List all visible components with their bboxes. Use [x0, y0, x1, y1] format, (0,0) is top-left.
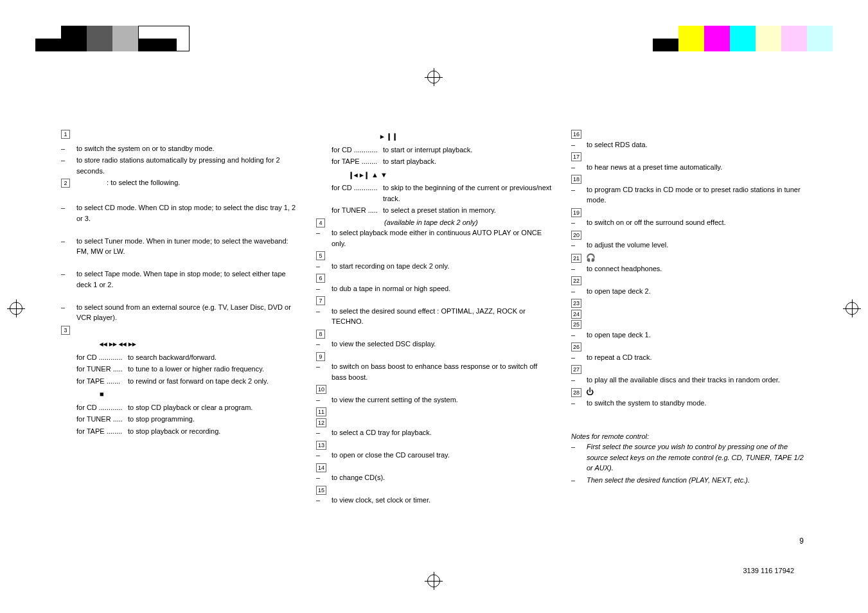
- body-text: to adjust the volume level.: [587, 240, 807, 251]
- label: for TUNER .....: [332, 205, 383, 216]
- ref-number: 2: [61, 179, 70, 188]
- body-text: to view the selected DSC display.: [332, 339, 552, 350]
- ref-number: 8: [316, 330, 325, 339]
- page-number: 9: [799, 537, 804, 546]
- body-text: to select Tuner mode. When in tuner mode…: [76, 236, 297, 257]
- body-text: to play all the available discs and thei…: [587, 375, 807, 386]
- ref-number: 20: [571, 231, 581, 240]
- ref-number: 16: [571, 130, 581, 139]
- ref-number: 14: [316, 463, 326, 472]
- label: for TAPE ........: [76, 426, 128, 437]
- body-text: to select the desired sound effect : OPT…: [332, 306, 552, 327]
- registration-mark-icon: [10, 302, 22, 315]
- body-text: to switch the system to standby mode.: [587, 398, 807, 409]
- ref-number: 19: [571, 208, 581, 217]
- body-text: to switch on bass boost to enhance bass …: [332, 361, 552, 382]
- play-pause-symbol: ▸ ❙❙: [316, 131, 552, 142]
- transport-symbols: ◂◂ ▸▸ ◂◂ ▸▸: [61, 339, 297, 350]
- body-text: to select a CD tray for playback.: [332, 427, 552, 438]
- body-text: to switch the system on or to standby mo…: [76, 143, 297, 154]
- body-text: to dub a tape in normal or high speed.: [332, 283, 552, 294]
- label: for TUNER .....: [76, 364, 128, 375]
- ref-number: 18: [571, 175, 581, 184]
- body-text: to program CD tracks in CD mode or to pr…: [587, 184, 807, 206]
- ref-number: 6: [316, 274, 325, 283]
- body-text: to hear news at a preset time automatica…: [587, 162, 807, 173]
- ref-number: 3: [61, 326, 70, 335]
- column-2: ▸ ❙❙ for CD ............to start or inte…: [316, 129, 552, 562]
- ref-number: 12: [316, 418, 326, 427]
- body-text: to open or close the CD carousel tray.: [332, 450, 552, 461]
- ref-number: 27: [571, 365, 581, 374]
- body-text: to select sound from an external source …: [76, 302, 297, 323]
- body-text: to connect headphones.: [587, 263, 807, 274]
- registration-bars: [0, 0, 868, 51]
- body-text: to switch on or off the surround sound e…: [587, 217, 807, 228]
- manual-body: 1 –to switch the system on or to standby…: [61, 129, 807, 562]
- note-text: (available in tape deck 2 only): [330, 218, 478, 226]
- body-text: to stop programming.: [128, 414, 297, 425]
- ref-number: 9: [316, 352, 325, 361]
- ref-number: 25: [571, 320, 581, 329]
- body-text: to store radio stations automatically by…: [76, 155, 297, 176]
- ref-number: 1: [61, 130, 70, 139]
- ref-number: 7: [316, 296, 325, 305]
- body-text: to stop CD playback or clear a program.: [128, 402, 297, 413]
- label: for TAPE .......: [76, 376, 128, 387]
- body-text: to open tape deck 2.: [587, 286, 807, 297]
- body-text: to view the current setting of the syste…: [332, 395, 552, 405]
- column-1: 1 –to switch the system on or to standby…: [61, 129, 297, 562]
- label: for TAPE ........: [332, 156, 383, 167]
- body-text: to start recording on tape deck 2 only.: [332, 261, 552, 272]
- note-text: First select the source you wish to cont…: [587, 441, 807, 474]
- ref-number: 11: [316, 407, 326, 416]
- body-text: to stop playback or recording.: [128, 426, 297, 437]
- ref-number: 26: [571, 342, 581, 351]
- body-text: to repeat a CD track.: [587, 352, 807, 363]
- body-text: to open tape deck 1.: [587, 330, 807, 341]
- registration-mark-icon: [846, 302, 858, 315]
- document-id: 3139 116 17942: [743, 567, 794, 574]
- ref-number: 28: [571, 388, 581, 397]
- skip-symbols: ❙◂ ▸❙ ▲ ▼: [316, 170, 552, 181]
- ref-number: 17: [571, 152, 581, 161]
- body-text: to view clock, set clock or timer.: [332, 495, 552, 506]
- label: for TUNER .....: [76, 414, 128, 425]
- headphones-icon: 🎧: [586, 253, 596, 262]
- ref-number: 15: [316, 486, 326, 495]
- body-text: to select RDS data.: [587, 139, 807, 150]
- standby-icon: ⏻: [586, 387, 594, 396]
- label: for CD ............: [76, 402, 128, 413]
- body-text: to select CD mode. When CD in stop mode;…: [76, 202, 297, 224]
- body-text: to tune to a lower or higher radio frequ…: [128, 364, 297, 375]
- label: for CD ............: [332, 145, 383, 155]
- ref-number: 13: [316, 441, 326, 450]
- body-text: to search backward/forward.: [128, 352, 297, 363]
- body-text: : to select the following.: [75, 179, 180, 186]
- label: for CD ............: [332, 182, 383, 204]
- body-text: to skip to the beginning of the current …: [383, 182, 552, 204]
- notes-heading: Notes for remote control:: [571, 431, 807, 442]
- body-text: to rewind or fast forward on tape deck 2…: [128, 376, 297, 387]
- body-text: to select a preset station in memory.: [383, 205, 552, 216]
- body-text: to start playback.: [383, 156, 552, 167]
- label: for CD ............: [76, 352, 128, 363]
- stop-symbol: ■: [61, 389, 297, 400]
- ref-number: 24: [571, 310, 581, 319]
- body-text: to change CD(s).: [332, 472, 552, 483]
- column-3: 16 –to select RDS data. 17 –to hear news…: [571, 129, 807, 562]
- note-text: Then select the desired function (PLAY, …: [587, 475, 807, 486]
- ref-number: 23: [571, 299, 581, 308]
- body-text: to start or interrupt playback.: [383, 145, 552, 155]
- ref-number: 5: [316, 251, 325, 260]
- registration-mark-icon: [427, 574, 440, 587]
- ref-number: 22: [571, 276, 581, 285]
- ref-number: 10: [316, 385, 326, 394]
- body-text: to select Tape mode. When tape in stop m…: [76, 269, 297, 290]
- registration-mark-icon: [427, 71, 440, 84]
- body-text: to select playback mode either in contin…: [332, 227, 552, 249]
- ref-number: 4: [316, 218, 325, 227]
- ref-number: 21: [571, 254, 581, 263]
